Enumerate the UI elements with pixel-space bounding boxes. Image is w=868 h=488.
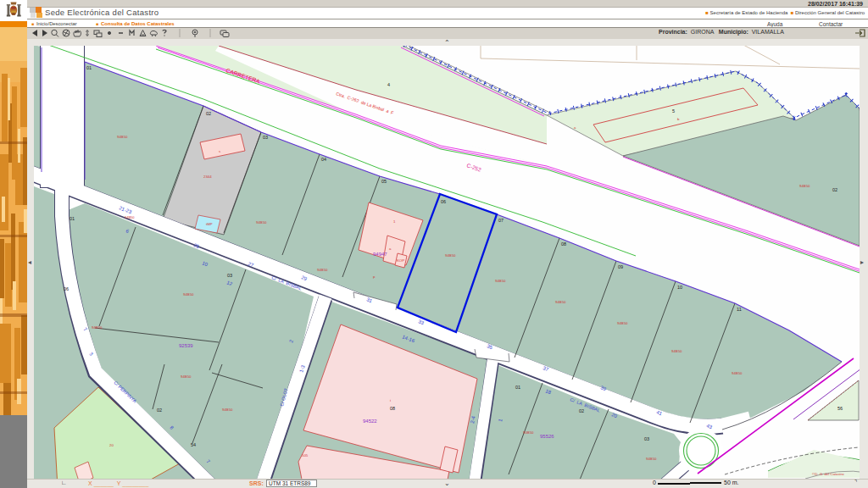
svg-text:2344: 2344	[203, 175, 212, 179]
svg-text:tMP: tMP	[206, 222, 213, 226]
svg-text:505: 505	[302, 453, 309, 458]
svg-text:⌃: ⌃	[444, 39, 450, 47]
svg-text:94B50: 94B50	[617, 321, 628, 325]
svg-text:94B50: 94B50	[732, 371, 743, 375]
svg-text:02: 02	[157, 408, 162, 413]
svg-text:03: 03	[263, 135, 268, 140]
svg-text:09: 09	[618, 264, 623, 269]
svg-text:94B50: 94B50	[125, 215, 135, 219]
svg-text:11: 11	[737, 307, 742, 312]
svg-text:94B50: 94B50	[222, 408, 233, 412]
svg-text:KOP: KOP	[397, 258, 404, 263]
svg-text:94B50: 94B50	[495, 279, 506, 283]
svg-text:94B50: 94B50	[256, 220, 267, 225]
svg-text:01: 01	[515, 385, 520, 390]
svg-text:©D. G. del Catastro: ©D. G. del Catastro	[812, 472, 844, 476]
svg-text:01: 01	[70, 216, 75, 221]
svg-text:94B50: 94B50	[181, 374, 192, 379]
svg-text:01: 01	[86, 65, 92, 70]
svg-text:08: 08	[561, 241, 566, 247]
svg-text:94B50: 94B50	[646, 457, 657, 461]
svg-text:5: 5	[672, 108, 675, 114]
svg-text:02: 02	[832, 187, 837, 192]
svg-text:94B50: 94B50	[671, 349, 682, 353]
svg-text:03: 03	[644, 436, 649, 441]
svg-text:94B50: 94B50	[317, 268, 328, 272]
svg-text:10: 10	[677, 285, 682, 290]
svg-text:90B50: 90B50	[523, 430, 534, 435]
svg-text:54: 54	[191, 442, 196, 447]
svg-text:06: 06	[441, 199, 446, 204]
svg-text:08: 08	[390, 406, 395, 411]
svg-text:03: 03	[227, 273, 232, 278]
svg-text:02: 02	[579, 408, 584, 413]
svg-text:92539: 92539	[179, 343, 193, 348]
svg-text:s: s	[219, 149, 220, 153]
svg-text:94B50: 94B50	[799, 184, 810, 188]
svg-text:04: 04	[321, 157, 326, 162]
svg-text:56: 56	[837, 406, 843, 411]
svg-text:05: 05	[381, 179, 387, 184]
svg-text:94B50: 94B50	[92, 325, 103, 330]
svg-text:95526: 95526	[540, 434, 554, 439]
svg-text:02: 02	[206, 111, 211, 116]
svg-text:4: 4	[387, 82, 390, 87]
svg-text:94B50: 94B50	[445, 253, 456, 258]
svg-text:94947: 94947	[373, 252, 387, 257]
svg-text:94522: 94522	[363, 419, 377, 424]
svg-text:94B50: 94B50	[117, 135, 128, 139]
svg-text:20: 20	[109, 443, 114, 447]
svg-text:i: i	[390, 398, 391, 402]
svg-text:94B50: 94B50	[555, 300, 566, 304]
svg-text:06: 06	[64, 286, 69, 291]
svg-text:07: 07	[498, 218, 504, 223]
svg-text:94B50: 94B50	[183, 292, 194, 297]
